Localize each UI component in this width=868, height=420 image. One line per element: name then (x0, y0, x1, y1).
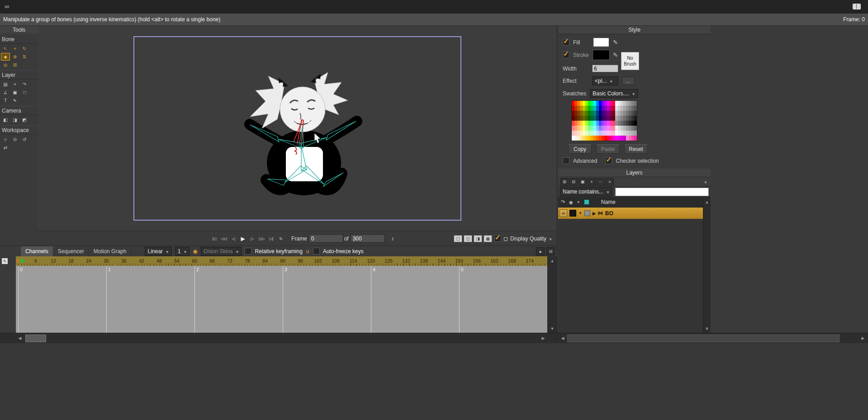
add-bone-tool[interactable]: ⊕ (10, 53, 19, 61)
stro ke-checkbox[interactable] (563, 52, 569, 58)
library-book-icon[interactable] (853, 4, 861, 9)
display-quality-label[interactable]: Display Quality (510, 236, 546, 242)
playhead-marker[interactable] (21, 258, 26, 264)
keyframe-icon[interactable]: ◉ (193, 248, 197, 255)
header-dropdown-arrow-icon[interactable]: ▼ (577, 200, 580, 204)
rotate-bone-tool[interactable]: ↻ (20, 45, 29, 52)
view-layout-split3-button[interactable]: ◨ (474, 235, 482, 242)
display-quality-checkbox[interactable] (494, 235, 501, 242)
fill-eyedropper-icon[interactable]: ✎ (613, 39, 618, 46)
pan-workspace-tool[interactable]: ⊹ (1, 136, 10, 143)
swatches-dropdown[interactable]: Basic Colors.... (590, 89, 638, 98)
manipulate-bones-tool[interactable]: ◈ (1, 53, 10, 61)
layer-animate-icon[interactable]: ▶ (593, 211, 596, 216)
flip-layer-tool[interactable]: ▣ (10, 89, 19, 96)
zoom-workspace-tool[interactable]: ⊙ (10, 136, 19, 143)
audio-toggle-icon[interactable]: ♪ (391, 235, 394, 242)
track-camera-tool[interactable]: ◧ (1, 116, 10, 124)
layer-search-input[interactable] (615, 188, 709, 196)
frame-ruler[interactable]: 0612182430364248546066727884909610210811… (16, 256, 548, 266)
scroll-down-arrow[interactable] (703, 325, 711, 332)
scroll-right-arrow[interactable] (859, 335, 867, 342)
checker-selection-checkbox[interactable] (605, 157, 612, 164)
collapse-timeline-button[interactable]: ▲ (536, 247, 545, 255)
total-frames-input[interactable] (351, 234, 385, 243)
effect-dropdown[interactable]: <pl... (592, 76, 618, 85)
timeline-tracks[interactable]: 012345 (16, 266, 548, 333)
timeline-options-button[interactable]: ⊟ (546, 247, 555, 255)
scroll-thumb[interactable] (567, 335, 840, 342)
color-swatch[interactable] (634, 111, 637, 116)
color-swatch[interactable] (634, 106, 637, 111)
scroll-up-arrow[interactable] (549, 257, 556, 264)
canvas-workspace[interactable] (38, 26, 557, 231)
color-swatch[interactable] (634, 136, 637, 141)
scroll-up-arrow[interactable] (703, 198, 711, 206)
prev-frame-button[interactable]: ◁ (229, 235, 237, 243)
text-tool[interactable]: T (1, 97, 10, 104)
bone-strength-tool[interactable]: ◎ (1, 61, 10, 69)
reparent-bone-tool[interactable]: ⇅ (20, 53, 29, 61)
layer-visibility-swatch[interactable] (584, 210, 590, 216)
stroke-width-input[interactable] (592, 65, 618, 72)
safe-area-icon[interactable]: ◻ (503, 236, 508, 242)
zoom-camera-tool[interactable]: ◨ (10, 116, 19, 124)
stage-frame[interactable] (133, 36, 461, 221)
loop-button[interactable]: ↻ (276, 235, 285, 243)
prev-keyframe-button[interactable]: ◁◁ (219, 235, 228, 243)
scroll-left-arrow[interactable] (16, 335, 24, 342)
color-swatch[interactable] (634, 116, 637, 121)
translate-bone-tool[interactable]: + (10, 45, 19, 52)
tab-motion-graph[interactable]: Motion Graph (89, 246, 132, 256)
go-to-end-button[interactable]: ▷| (267, 235, 275, 243)
bind-points-tool[interactable]: ∴ (20, 61, 29, 69)
layer-link-icon[interactable]: ∞ (560, 209, 567, 217)
scroll-down-arrow[interactable] (549, 325, 556, 332)
layers-vertical-scrollbar[interactable] (703, 198, 711, 333)
select-bone-tool[interactable]: ↖ (1, 45, 10, 52)
scroll-right-arrow[interactable] (540, 335, 547, 342)
visibility-column-icon[interactable]: ◉ (569, 200, 573, 205)
dock-horizontal-scrollbar[interactable] (557, 333, 868, 343)
layer-row[interactable]: ∞▼▶⋈BO (558, 208, 711, 219)
no-brush-button[interactable]: No Brush (621, 52, 639, 70)
color-swatch[interactable] (634, 121, 637, 126)
translate-layer-tool[interactable]: ▤ (1, 80, 10, 88)
rotate-layer-tool[interactable]: ↷ (20, 80, 29, 88)
advanced-checkbox[interactable] (563, 157, 569, 164)
reorder-column-icon[interactable]: ↷ (561, 199, 565, 205)
auto-freeze-keys-checkbox[interactable] (313, 248, 320, 255)
interpolation-dropdown[interactable]: Linear (145, 247, 171, 256)
play-button[interactable]: ▶ (238, 235, 247, 243)
scroll-left-arrow[interactable] (559, 335, 566, 342)
view-layout-quad-button[interactable]: ▦ (484, 235, 492, 242)
frame-input[interactable] (309, 234, 343, 243)
more-layer-options-button[interactable]: ⋯ (597, 178, 605, 186)
stroke-eyedropper-icon[interactable]: ✎ (613, 52, 618, 58)
layer-comps-button[interactable]: ≡ (606, 178, 614, 186)
layer-color-swatch[interactable] (569, 210, 576, 217)
rotate-workspace-tool[interactable]: ↺ (20, 136, 29, 143)
timeline-horizontal-scrollbar[interactable] (0, 333, 557, 343)
color-swatch[interactable] (634, 131, 637, 136)
fill-checkbox[interactable] (563, 39, 569, 46)
go-to-start-button[interactable]: |◁ (210, 235, 218, 243)
onion-skins-dropdown[interactable]: Onion Skins (201, 247, 242, 256)
color-swatch[interactable] (634, 126, 637, 131)
layers-list-empty-area[interactable] (558, 220, 711, 333)
edit-channels-icon[interactable]: ✎ (2, 258, 8, 264)
layers-collapse-button[interactable] (702, 178, 709, 185)
new-layer-button[interactable]: ⊞ (560, 178, 569, 186)
copy-style-button[interactable]: Copy (568, 144, 592, 154)
transform-layer-tool[interactable]: + (10, 80, 19, 88)
name-contains-dropdown[interactable]: Name contains... (560, 187, 612, 196)
bind-layer-tool[interactable]: ⊞ (10, 61, 19, 69)
orbit-workspace-tool[interactable]: ⇄ (1, 144, 10, 151)
tab-channels[interactable]: Channels (21, 246, 53, 256)
next-frame-button[interactable]: ▷ (248, 235, 256, 243)
stroke-color-swatch[interactable] (593, 50, 609, 60)
layer-name[interactable]: BO (605, 210, 613, 217)
layer-expand-arrow-icon[interactable]: ▼ (579, 211, 582, 215)
tab-sequencer[interactable]: Sequencer (53, 246, 89, 256)
next-keyframe-button[interactable]: ▷▷ (257, 235, 266, 243)
